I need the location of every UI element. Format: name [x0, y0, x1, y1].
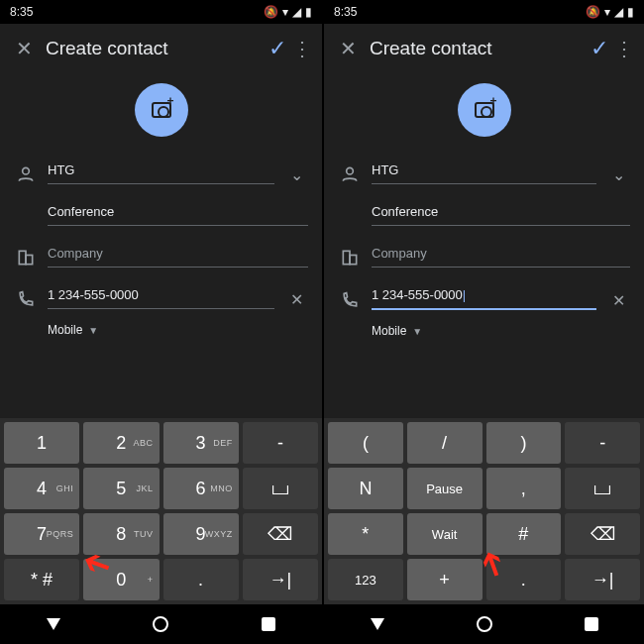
phone-type-label: Mobile — [48, 323, 82, 337]
phone-type-dropdown[interactable]: Mobile ▼ — [338, 324, 630, 338]
app-bar: ✕ Create contact ✓ ⋮ — [0, 24, 322, 73]
clear-icon[interactable]: ✕ — [284, 290, 308, 309]
signal-icon: ◢ — [614, 5, 623, 19]
wifi-icon: ▾ — [604, 5, 610, 19]
form: HTG ⌄ Conference Company 1 234-555-0000|… — [324, 157, 644, 348]
chevron-down-icon[interactable]: ⌄ — [284, 165, 308, 184]
svg-rect-4 — [343, 251, 350, 264]
nav-home[interactable] — [153, 616, 168, 632]
last-name-field[interactable]: Conference — [372, 198, 630, 226]
keypad-symbols: (/)-NPause,⌴*Wait#⌫123+.→| — [324, 418, 644, 604]
close-icon[interactable]: ✕ — [10, 37, 38, 60]
phone-field[interactable]: 1 234-555-0000 — [48, 281, 274, 309]
avatar-area — [0, 73, 322, 157]
svg-rect-2 — [26, 256, 33, 265]
key-0[interactable]: 0+ — [83, 559, 159, 600]
save-button[interactable]: ✓ — [585, 36, 614, 61]
key-1[interactable]: 1 — [4, 422, 79, 464]
key-wait[interactable]: Wait — [407, 513, 483, 555]
key--[interactable]: , — [486, 468, 562, 509]
phone-type-dropdown[interactable]: Mobile ▼ — [14, 323, 308, 337]
status-time: 8:35 — [334, 5, 357, 19]
key--[interactable]: →| — [243, 559, 318, 600]
camera-icon — [475, 102, 494, 118]
key--[interactable]: ( — [328, 422, 403, 464]
more-icon[interactable]: ⋮ — [614, 37, 634, 60]
phone-right: 8:35 🔕 ▾ ◢ ▮ ✕ Create contact ✓ ⋮ — [322, 0, 644, 644]
key-123[interactable]: 123 — [328, 559, 403, 600]
key--[interactable]: # — [486, 513, 562, 555]
status-bar: 8:35 🔕 ▾ ◢ ▮ — [324, 0, 644, 24]
battery-icon: ▮ — [627, 5, 634, 19]
nav-back[interactable] — [371, 618, 384, 630]
nav-recent[interactable] — [262, 617, 275, 631]
nav-home[interactable] — [477, 616, 492, 632]
save-button[interactable]: ✓ — [263, 36, 292, 61]
phone-icon — [14, 289, 38, 309]
key--[interactable]: →| — [565, 559, 640, 600]
avatar-area — [324, 73, 644, 157]
clear-icon[interactable]: ✕ — [606, 291, 630, 310]
person-icon — [14, 164, 38, 184]
nav-bar — [0, 604, 322, 644]
close-icon[interactable]: ✕ — [334, 37, 362, 60]
company-field[interactable]: Company — [372, 240, 630, 268]
key--[interactable]: ⌫ — [565, 513, 640, 555]
status-bar: 8:35 🔕 ▾ ◢ ▮ — [0, 0, 322, 24]
key--[interactable]: / — [407, 422, 483, 464]
company-icon — [14, 248, 38, 268]
key--[interactable]: . — [163, 559, 239, 600]
key--[interactable]: ) — [486, 422, 562, 464]
app-bar: ✕ Create contact ✓ ⋮ — [324, 24, 644, 73]
key--[interactable]: ⌴ — [243, 468, 318, 509]
svg-point-3 — [347, 167, 354, 174]
key-4[interactable]: 4GHI — [4, 468, 79, 509]
wifi-icon: ▾ — [282, 5, 288, 19]
keypad-numeric: 12ABC3DEF-4GHI5JKL6MNO⌴7PQRS8TUV9WXYZ⌫* … — [0, 418, 322, 604]
key--[interactable]: * — [328, 513, 403, 555]
key--[interactable]: ⌫ — [243, 513, 318, 555]
dropdown-arrow-icon: ▼ — [88, 325, 98, 336]
key-9[interactable]: 9WXYZ — [163, 513, 239, 555]
key-8[interactable]: 8TUV — [83, 513, 159, 555]
phone-field[interactable]: 1 234-555-0000| — [372, 281, 596, 310]
dnd-icon: 🔕 — [586, 5, 600, 19]
key--[interactable]: - — [565, 422, 640, 464]
phone-icon — [338, 290, 362, 310]
camera-icon — [152, 102, 171, 118]
more-icon[interactable]: ⋮ — [292, 37, 312, 60]
signal-icon: ◢ — [292, 5, 301, 19]
add-photo-button[interactable] — [135, 83, 188, 137]
person-icon — [338, 164, 362, 184]
page-title: Create contact — [38, 38, 263, 59]
key--[interactable]: + — [407, 559, 483, 600]
last-name-field[interactable]: Conference — [48, 198, 308, 226]
status-icons: 🔕 ▾ ◢ ▮ — [264, 5, 312, 19]
form: HTG ⌄ Conference Company 1 234-555-0000 … — [0, 157, 322, 347]
svg-rect-5 — [350, 256, 357, 265]
text-cursor: | — [463, 287, 466, 302]
key--[interactable]: . — [486, 559, 562, 600]
key-n[interactable]: N — [328, 468, 403, 509]
key-6[interactable]: 6MNO — [163, 468, 239, 509]
key--[interactable]: * # — [4, 559, 79, 600]
status-icons: 🔕 ▾ ◢ ▮ — [586, 5, 634, 19]
key-3[interactable]: 3DEF — [163, 422, 239, 464]
key-7[interactable]: 7PQRS — [4, 513, 79, 555]
key--[interactable]: - — [243, 422, 318, 464]
company-field[interactable]: Company — [48, 240, 308, 268]
nav-back[interactable] — [47, 618, 60, 630]
key-pause[interactable]: Pause — [407, 468, 483, 509]
status-time: 8:35 — [10, 5, 33, 19]
chevron-down-icon[interactable]: ⌄ — [606, 165, 630, 184]
first-name-field[interactable]: HTG — [48, 157, 274, 184]
dropdown-arrow-icon: ▼ — [412, 326, 422, 337]
key-5[interactable]: 5JKL — [83, 468, 159, 509]
first-name-field[interactable]: HTG — [372, 157, 596, 184]
nav-recent[interactable] — [585, 617, 598, 631]
key-2[interactable]: 2ABC — [83, 422, 159, 464]
company-icon — [338, 248, 362, 268]
add-photo-button[interactable] — [458, 83, 511, 137]
phone-left: 8:35 🔕 ▾ ◢ ▮ ✕ Create contact ✓ ⋮ — [0, 0, 322, 644]
key--[interactable]: ⌴ — [565, 468, 640, 509]
